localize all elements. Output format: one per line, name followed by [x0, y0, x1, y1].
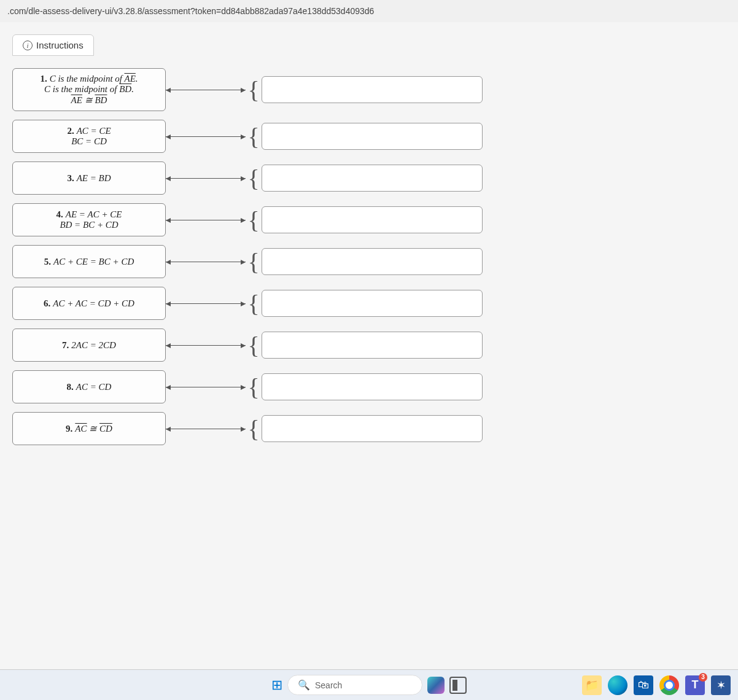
search-placeholder: Search	[315, 680, 342, 690]
statement-line: BD = BC + CD	[60, 220, 118, 230]
statement-line: 5.AC + CE = BC + CD	[44, 257, 134, 267]
proof-row: 4.AE = AC + CEBD = BC + CD{	[12, 203, 726, 236]
statement-box[interactable]: 3.AE = BD	[12, 161, 166, 195]
instructions-tab[interactable]: i Instructions	[12, 34, 94, 56]
statement-line: 8.AC = CD	[67, 382, 112, 392]
proof-matching-area: 1.C is the midpoint of AE.C is the midpo…	[12, 68, 726, 445]
connector-arrow	[166, 303, 246, 304]
brace-icon: {	[248, 165, 259, 192]
taskbar-search[interactable]: 🔍 Search	[287, 675, 422, 695]
assessment-content: i Instructions 1.C is the midpoint of AE…	[0, 22, 738, 669]
proof-row: 8.AC = CD{	[12, 370, 726, 403]
proof-row: 9.AC ≅ CD{	[12, 412, 726, 445]
teams-icon[interactable]: T 3	[685, 675, 705, 695]
info-icon: i	[23, 41, 33, 50]
search-icon: 🔍	[298, 679, 310, 691]
connector-arrow	[166, 262, 246, 262]
proof-row: 2.AC = CEBC = CD{	[12, 120, 726, 153]
store-icon[interactable]: 🛍	[634, 675, 653, 695]
reason-drop-slot[interactable]	[262, 332, 483, 359]
statement-line: BC = CD	[71, 136, 107, 147]
connector-arrow	[166, 387, 246, 387]
connector-arrow	[166, 90, 246, 90]
statement-box[interactable]: 1.C is the midpoint of AE.C is the midpo…	[12, 68, 166, 111]
proof-row: 7.2AC = 2CD{	[12, 329, 726, 362]
statement-line: 7.2AC = 2CD	[62, 340, 116, 351]
brace-icon: {	[248, 248, 259, 275]
statement-line: 1.C is the midpoint of AE.	[40, 74, 138, 84]
teams-letter: T	[692, 679, 699, 691]
statement-box[interactable]: 9.AC ≅ CD	[12, 412, 166, 445]
notification-badge: 3	[699, 673, 707, 682]
statement-line: 3.AE = BD	[67, 173, 111, 184]
statement-box[interactable]: 4.AE = AC + CEBD = BC + CD	[12, 203, 166, 236]
statement-line: 9.AC ≅ CD	[66, 423, 112, 434]
reason-drop-slot[interactable]	[262, 76, 483, 103]
reason-drop-slot[interactable]	[262, 123, 483, 150]
statement-box[interactable]: 7.2AC = 2CD	[12, 329, 166, 362]
connector-arrow	[166, 136, 246, 137]
brace-icon: {	[248, 206, 259, 233]
statement-box[interactable]: 2.AC = CEBC = CD	[12, 120, 166, 153]
connector-arrow	[166, 429, 246, 429]
statement-box[interactable]: 5.AC + CE = BC + CD	[12, 245, 166, 278]
file-explorer-icon[interactable]: 📁	[582, 675, 602, 695]
proof-row: 5.AC + CE = BC + CD{	[12, 245, 726, 278]
copilot-icon[interactable]	[427, 677, 445, 694]
url-text: .com/dle-assess-delivery-ui/v3.28.8/asse…	[7, 6, 374, 16]
connector-arrow	[166, 220, 246, 220]
url-bar[interactable]: .com/dle-assess-delivery-ui/v3.28.8/asse…	[0, 0, 738, 22]
reason-drop-slot[interactable]	[262, 165, 483, 192]
proof-row: 3.AE = BD{	[12, 161, 726, 195]
statement-line: 2.AC = CE	[67, 126, 111, 136]
windows-taskbar: ⊞ 🔍 Search 📁 🛍 T 3 ✶	[0, 669, 738, 700]
edge-icon[interactable]	[608, 675, 627, 695]
instructions-label: Instructions	[36, 40, 84, 50]
statement-line: 4.AE = AC + CE	[56, 209, 122, 220]
reason-drop-slot[interactable]	[262, 290, 483, 317]
brace-icon: {	[248, 373, 259, 400]
brace-icon: {	[248, 415, 259, 442]
proof-row: 6.AC + AC = CD + CD{	[12, 287, 726, 320]
statement-line: C is the midpoint of BD.	[44, 84, 134, 95]
reason-drop-slot[interactable]	[262, 415, 483, 442]
connector-arrow	[166, 345, 246, 346]
proof-row: 1.C is the midpoint of AE.C is the midpo…	[12, 68, 726, 111]
reason-drop-slot[interactable]	[262, 373, 483, 400]
statement-box[interactable]: 6.AC + AC = CD + CD	[12, 287, 166, 320]
brace-icon: {	[248, 123, 259, 150]
start-icon[interactable]: ⊞	[271, 677, 282, 693]
brace-icon: {	[248, 76, 259, 103]
reason-drop-slot[interactable]	[262, 206, 483, 233]
brace-icon: {	[248, 290, 259, 317]
connector-arrow	[166, 178, 246, 179]
statement-box[interactable]: 8.AC = CD	[12, 370, 166, 403]
reason-drop-slot[interactable]	[262, 248, 483, 275]
taskbar-pinned: 📁 🛍 T 3 ✶	[582, 675, 731, 695]
app-icon[interactable]: ✶	[711, 675, 731, 695]
taskbar-center: ⊞ 🔍 Search	[271, 675, 467, 695]
task-view-icon[interactable]	[449, 677, 467, 694]
brace-icon: {	[248, 332, 259, 359]
statement-line: AE ≅ BD	[71, 95, 107, 106]
chrome-icon[interactable]	[659, 675, 679, 695]
statement-line: 6.AC + AC = CD + CD	[44, 298, 134, 309]
